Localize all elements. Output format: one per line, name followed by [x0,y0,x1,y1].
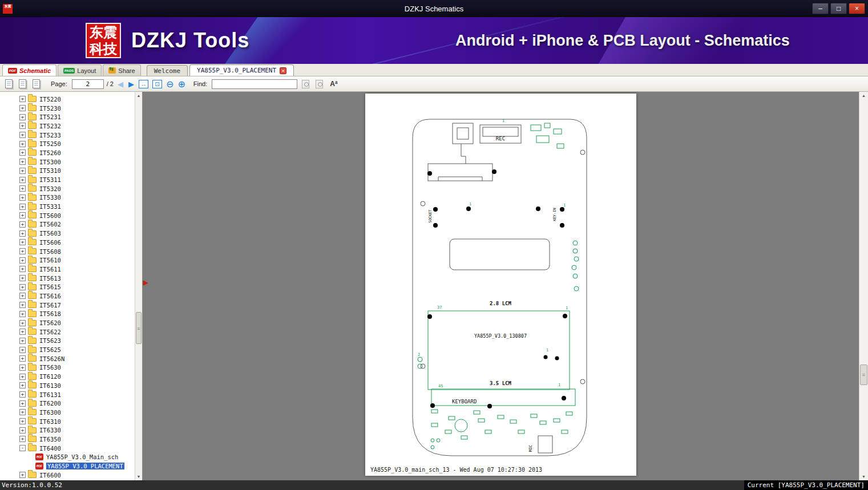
tree-folder-IT5611[interactable]: +IT5611 [0,265,135,274]
expand-icon[interactable]: + [19,382,26,388]
tree-folder-IT5626N[interactable]: +IT5626N [0,354,135,363]
expand-icon[interactable]: + [19,177,26,183]
expand-icon[interactable]: + [19,159,26,165]
expand-icon[interactable]: + [19,347,26,353]
tree-folder-IT5602[interactable]: +IT5602 [0,220,135,229]
close-button[interactable]: × [849,3,865,14]
expand-icon[interactable]: + [19,320,26,326]
tree-folder-IT5230[interactable]: +IT5230 [0,104,135,113]
tree-folder-IT5608[interactable]: +IT5608 [0,247,135,256]
tree-folder-IT6200[interactable]: +IT6200 [0,399,135,408]
scroll-down-icon[interactable]: ▼ [859,473,868,480]
tree-folder-IT5330[interactable]: +IT5330 [0,193,135,203]
font-size-icon[interactable]: Aª [330,80,337,88]
tree-folder-IT5618[interactable]: +IT5618 [0,310,135,319]
expand-icon[interactable]: + [19,114,26,120]
tree-folder-IT5613[interactable]: +IT5613 [0,274,135,283]
expand-icon[interactable]: + [19,418,26,424]
tree-folder-IT5616[interactable]: +IT5616 [0,291,135,301]
tree-folder-IT5615[interactable]: +IT5615 [0,282,135,291]
expand-icon[interactable]: + [19,329,26,335]
tree-folder-IT6400[interactable]: -IT6400 [0,444,135,453]
expand-icon[interactable]: + [19,293,26,299]
tree-folder-IT5603[interactable]: +IT5603 [0,229,135,238]
sidebar-scrollbar[interactable]: ▲ ≡ ▼ [135,92,142,480]
find-input[interactable] [212,79,297,89]
expand-icon[interactable]: + [19,96,26,102]
tree-folder-IT5606[interactable]: +IT5606 [0,238,135,247]
expand-icon[interactable]: + [19,230,26,237]
expand-icon[interactable]: + [19,311,26,317]
fit-page-icon[interactable]: ⊡ [152,80,162,88]
tree-folder-IT6600[interactable]: +IT6600 [0,471,135,480]
tree-folder-IT6300[interactable]: +IT6300 [0,408,135,417]
tree-folder-IT5232[interactable]: +IT5232 [0,122,135,131]
tree-folder-IT5311[interactable]: +IT5311 [0,175,135,184]
doc-tab-welcome[interactable]: Welcome [147,65,188,76]
collapse-icon[interactable]: - [19,445,26,451]
tree-folder-IT5617[interactable]: +IT5617 [0,301,135,310]
tree-folder-IT6131[interactable]: +IT6131 [0,390,135,399]
expand-icon[interactable]: + [19,149,26,156]
expand-icon[interactable]: + [19,195,26,201]
scroll-up-icon[interactable]: ▲ [135,92,142,99]
tree-folder-IT5630[interactable]: +IT5630 [0,363,135,372]
tab-schematic[interactable]: PDF Schematic [2,64,56,76]
expand-icon[interactable]: + [19,132,26,138]
expand-icon[interactable]: + [19,409,26,415]
viewer-scrollbar-thumb[interactable]: ≡ [860,365,867,385]
expand-icon[interactable]: + [19,248,26,254]
tree-folder-IT5220[interactable]: +IT5220 [0,95,135,104]
expand-icon[interactable]: + [19,427,26,434]
tree-folder-IT5331[interactable]: +IT5331 [0,202,135,211]
tree-folder-IT5623[interactable]: +IT5623 [0,337,135,346]
tree-folder-IT6330[interactable]: +IT6330 [0,426,135,435]
expand-icon[interactable]: + [19,391,26,398]
expand-icon[interactable]: + [19,105,26,111]
expand-icon[interactable]: + [19,266,26,272]
facing-pages-icon[interactable] [19,79,26,88]
scroll-down-icon[interactable]: ▼ [135,473,142,480]
expand-icon[interactable]: + [19,284,26,290]
pdf-viewer[interactable]: REC SOCKET KEY-IN 2.8 LCM YA855P_V3.0_13… [143,92,859,480]
tree-folder-IT5300[interactable]: +IT5300 [0,157,135,167]
tree-folder-IT6120[interactable]: +IT6120 [0,372,135,381]
viewer-scrollbar[interactable]: ▲ ≡ ▼ [859,92,868,480]
expand-icon[interactable]: + [19,374,26,380]
fit-width-icon[interactable]: ↔ [139,80,148,88]
previous-page-icon[interactable]: ◀ [118,80,123,88]
expand-icon[interactable]: + [19,212,26,218]
tree-folder-IT5260[interactable]: +IT5260 [0,148,135,157]
expand-icon[interactable]: + [19,355,26,362]
tree-folder-IT6350[interactable]: +IT6350 [0,435,135,444]
splitter-collapse-icon[interactable]: ▶ [143,279,148,286]
tree-folder-IT5320[interactable]: +IT5320 [0,184,135,193]
zoom-out-icon[interactable]: ⊖ [166,80,173,88]
tab-layout[interactable]: PADS Layout [58,64,102,76]
zoom-in-icon[interactable]: ⊕ [177,80,185,88]
multi-page-icon[interactable] [33,79,40,88]
tree-folder-IT6310[interactable]: +IT6310 [0,417,135,426]
expand-icon[interactable]: + [19,168,26,174]
tree-file-YA855P_V3.0_Main_sch[interactable]: PDFYA855P_V3.0_Main_sch [0,453,135,462]
tree-folder-IT5231[interactable]: +IT5231 [0,112,135,122]
tree-folder-IT5620[interactable]: +IT5620 [0,318,135,327]
expand-icon[interactable]: + [19,338,26,344]
expand-icon[interactable]: + [19,472,26,478]
tree-folder-IT6130[interactable]: +IT6130 [0,381,135,390]
expand-icon[interactable]: + [19,141,26,147]
tree-folder-IT5250[interactable]: +IT5250 [0,139,135,148]
expand-icon[interactable]: + [19,365,26,371]
tree-folder-IT5233[interactable]: +IT5233 [0,131,135,140]
page-number-input[interactable] [72,79,104,89]
tree-folder-IT5610[interactable]: +IT5610 [0,256,135,265]
tree-folder-IT5622[interactable]: +IT5622 [0,327,135,337]
minimize-button[interactable]: – [812,3,829,14]
expand-icon[interactable]: + [19,123,26,129]
expand-icon[interactable]: + [19,239,26,245]
scroll-up-icon[interactable]: ▲ [859,92,868,99]
tree-file-YA855P_V3.0_PLACEMENT[interactable]: PDFYA855P_V3.0_PLACEMENT [0,461,135,471]
maximize-button[interactable]: □ [830,3,847,14]
doc-tab-placement[interactable]: YA855P_V3.0_PLACEMENT × [189,64,294,76]
expand-icon[interactable]: + [19,257,26,264]
